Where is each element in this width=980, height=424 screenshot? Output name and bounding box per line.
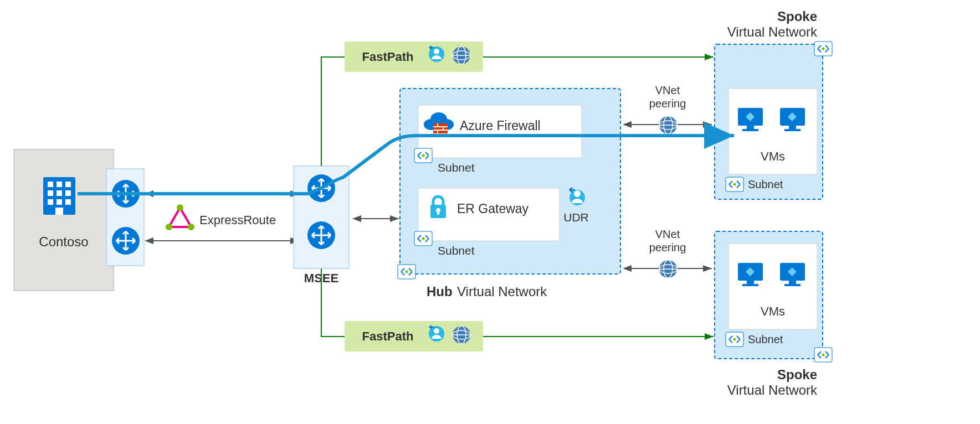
svg-rect-54 [784, 129, 801, 131]
gateway-label: ER Gateway [457, 201, 529, 216]
svg-rect-51 [742, 129, 758, 131]
hub-title-rest: Virtual Network [457, 284, 547, 299]
svg-point-58 [822, 354, 825, 356]
svg-point-36 [434, 49, 439, 54]
firewall-subnet-label: Subnet [438, 161, 475, 174]
svg-rect-60 [747, 281, 754, 284]
spoke1-title-bold: Spoke [777, 9, 817, 24]
svg-rect-1 [48, 182, 53, 187]
globe-icon [453, 326, 470, 344]
gateway-subnet-label: Subnet [438, 244, 475, 257]
peering-label: VNet [655, 84, 680, 96]
svg-rect-63 [789, 281, 796, 284]
vnet-icon [814, 42, 832, 56]
vnet-icon [398, 265, 415, 279]
peering-label: VNet [655, 228, 680, 240]
svg-point-42 [434, 328, 439, 334]
subnet-icon [414, 148, 432, 163]
udr-label: UDR [563, 211, 589, 224]
svg-rect-50 [747, 126, 754, 129]
router-icon [307, 221, 335, 249]
svg-rect-9 [65, 199, 71, 205]
peering-label: peering [649, 241, 686, 254]
spoke2-title-rest: Virtual Network [727, 382, 818, 397]
svg-rect-5 [57, 190, 62, 196]
fastpath1-label: FastPath [362, 50, 414, 64]
hub-title-bold: Hub [427, 284, 453, 299]
spoke1-vms-label: VMs [761, 149, 785, 163]
contoso-label: Contoso [39, 234, 88, 249]
network-diagram: Contoso ExpressRoute MSEE Hub Virtual Ne… [0, 0, 980, 424]
subnet-icon [726, 332, 743, 347]
spoke2-title-bold: Spoke [777, 367, 817, 382]
svg-point-56 [733, 183, 736, 186]
svg-point-19 [406, 271, 408, 273]
spoke2-subnet-label: Subnet [748, 333, 783, 345]
svg-point-32 [422, 237, 425, 240]
firewall-label: Azure Firewall [460, 118, 541, 133]
svg-rect-7 [48, 199, 53, 205]
svg-rect-8 [57, 199, 62, 205]
router-icon [112, 227, 140, 255]
svg-rect-61 [742, 284, 758, 286]
svg-point-14 [188, 224, 194, 230]
fastpath2-label: FastPath [362, 329, 414, 343]
svg-point-27 [422, 154, 425, 157]
subnet-icon [414, 231, 432, 246]
svg-rect-53 [789, 126, 796, 129]
svg-point-66 [733, 338, 736, 341]
svg-rect-10 [55, 208, 63, 215]
svg-rect-20 [433, 123, 448, 133]
vnet-icon [814, 348, 832, 362]
expressroute-icon [166, 204, 194, 230]
subnet-icon [726, 177, 743, 192]
globe-icon [659, 116, 677, 134]
svg-point-15 [166, 224, 172, 230]
svg-rect-6 [65, 190, 71, 196]
spoke2-vms-label: VMs [761, 304, 785, 318]
contoso-panel [14, 149, 114, 291]
svg-rect-64 [784, 284, 801, 286]
spoke1-subnet-label: Subnet [748, 178, 783, 190]
spoke1-title-rest: Virtual Network [727, 24, 818, 39]
globe-icon [453, 46, 470, 64]
svg-point-34 [574, 190, 581, 197]
globe-icon [659, 260, 677, 278]
svg-rect-4 [48, 190, 53, 196]
svg-point-48 [822, 48, 825, 50]
peering-label: peering [649, 97, 686, 110]
svg-rect-3 [65, 182, 71, 187]
svg-point-13 [177, 204, 183, 211]
svg-rect-30 [437, 210, 439, 215]
expressroute-label: ExpressRoute [199, 213, 276, 227]
building-icon [43, 177, 75, 215]
svg-rect-2 [57, 182, 62, 187]
